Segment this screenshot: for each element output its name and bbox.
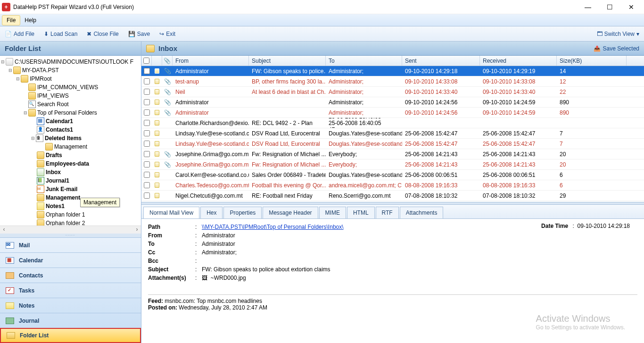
col-sent[interactable]: Sent bbox=[402, 56, 480, 66]
tree-collapse-icon[interactable]: ⊟ bbox=[23, 110, 28, 115]
save-button[interactable]: 💾Save bbox=[124, 29, 155, 39]
message-row[interactable]: Nigel.Chetcuti@go.com.mtRE: Football nex… bbox=[141, 191, 644, 201]
message-row[interactable]: Charlotte.Richardson@dexio...RE: DCL 949… bbox=[141, 118, 644, 128]
tab-mime[interactable]: MIME bbox=[319, 207, 346, 218]
tree-item-ipmroot[interactable]: IPMRoot bbox=[30, 75, 52, 82]
col-to[interactable]: To bbox=[326, 56, 402, 66]
row-checkbox[interactable] bbox=[144, 109, 150, 116]
row-checkbox[interactable] bbox=[144, 182, 150, 188]
tree-item-search[interactable]: Search Root bbox=[37, 101, 69, 108]
menu-file[interactable]: File bbox=[2, 15, 20, 25]
tree-item-inbox[interactable]: Inbox bbox=[46, 169, 61, 176]
message-row[interactable]: Charles.Tedesco@go.com.mtFootball this e… bbox=[141, 180, 644, 191]
message-row[interactable]: Carol.Kerr@ese-scotland.co.ukSales Order… bbox=[141, 170, 644, 180]
row-checkbox[interactable] bbox=[144, 120, 150, 126]
tree-item-notes[interactable]: Notes1 bbox=[46, 203, 65, 209]
tree-item-del[interactable]: Deleted Items bbox=[45, 135, 82, 142]
row-checkbox[interactable] bbox=[144, 172, 150, 178]
menu-help[interactable]: Help bbox=[20, 16, 41, 25]
tab-normal[interactable]: Normal Mail View bbox=[143, 207, 199, 218]
message-row[interactable]: 📎NeilAt least 6 dead in blast at Ch...Ad… bbox=[141, 87, 644, 97]
nav-contacts[interactable]: Contacts bbox=[0, 268, 141, 283]
message-row[interactable]: 📎AdministratorFW: Gibson speaks to polic… bbox=[141, 66, 644, 76]
add-file-button[interactable]: 📄Add File bbox=[0, 29, 39, 39]
tree-item-orph2[interactable]: Orphan folder 2 bbox=[46, 220, 85, 226]
tree-item-common[interactable]: IPM_COMMON_VIEWS bbox=[37, 84, 98, 91]
close-window-button[interactable]: ✕ bbox=[620, 0, 642, 14]
tree-collapse-icon[interactable]: ⊟ bbox=[30, 136, 36, 141]
tree-item-top[interactable]: Top of Personal Folders bbox=[37, 109, 97, 116]
row-checkbox[interactable] bbox=[144, 151, 150, 157]
col-received[interactable]: Received bbox=[480, 56, 557, 66]
tree-item-mgmt2[interactable]: Management bbox=[46, 194, 80, 201]
tab-hex[interactable]: Hex bbox=[200, 207, 223, 218]
row-checkbox[interactable] bbox=[144, 68, 150, 74]
row-checkbox[interactable] bbox=[144, 141, 150, 147]
message-row[interactable]: Lindsay.Yule@ese-scotland.c...DSV Road L… bbox=[141, 139, 644, 149]
nav-notes[interactable]: Notes bbox=[0, 298, 141, 313]
nav-buttons: Mail Calendar Contacts Tasks Notes Journ… bbox=[0, 237, 141, 343]
tree-item-orph1[interactable]: Orphan folder 1 bbox=[46, 211, 85, 218]
tab-rtf[interactable]: RTF bbox=[376, 207, 399, 218]
header-attachment-icon[interactable]: 📎 bbox=[162, 56, 173, 66]
row-checkbox[interactable] bbox=[144, 89, 150, 95]
grid-body[interactable]: 📎AdministratorFW: Gibson speaks to polic… bbox=[141, 66, 644, 201]
tree-collapse-icon[interactable]: ⊟ bbox=[15, 76, 21, 81]
nav-calendar[interactable]: Calendar bbox=[0, 252, 141, 268]
tree-item-cont[interactable]: Contacts1 bbox=[46, 126, 73, 133]
cell-to: Everybody; bbox=[326, 149, 402, 159]
tree-collapse-icon[interactable]: ⊟ bbox=[8, 68, 13, 73]
col-size[interactable]: Size(KB) bbox=[557, 56, 627, 66]
folder-tree[interactable]: ⊟C:\USERS\ADMIN\DOCUMENTS\OUTLOOK F ⊟MY-… bbox=[0, 56, 141, 226]
attachment-icon bbox=[162, 191, 173, 201]
tree-item-pst[interactable]: MY-DATA.PST bbox=[22, 67, 59, 74]
switch-view-button[interactable]: 🗔Switch View ▾ bbox=[592, 29, 644, 39]
load-scan-button[interactable]: ⬇Load Scan bbox=[39, 29, 82, 39]
tree-item-cal[interactable]: Calendar1 bbox=[46, 118, 73, 125]
message-row[interactable]: 📎Josephine.Grima@go.com.mtFw: Resignatio… bbox=[141, 159, 644, 170]
tree-item-mgmt[interactable]: Management bbox=[54, 143, 87, 150]
cell-sent: 25-06-2008 14:21:43 bbox=[402, 149, 480, 159]
calendar-icon bbox=[6, 257, 14, 264]
row-checkbox[interactable] bbox=[144, 161, 150, 167]
tab-attachments[interactable]: Attachments bbox=[400, 207, 444, 218]
tree-item-journ[interactable]: Journal1 bbox=[46, 177, 69, 184]
nav-folder-list[interactable]: Folder List bbox=[0, 328, 141, 343]
message-row[interactable]: Lindsay.Yule@ese-scotland.c...DSV Road L… bbox=[141, 128, 644, 139]
col-from[interactable]: From bbox=[173, 56, 249, 66]
message-row[interactable]: 📎AdministratorAdministrator;09-10-2010 1… bbox=[141, 108, 644, 118]
tree-item-emp[interactable]: Employees-data bbox=[46, 160, 89, 167]
tasks-icon bbox=[6, 287, 14, 294]
row-checkbox[interactable] bbox=[144, 78, 150, 84]
tree-collapse-icon[interactable]: ⊟ bbox=[0, 59, 6, 64]
minimize-button[interactable]: — bbox=[577, 0, 599, 14]
exit-button[interactable]: ↪Exit bbox=[155, 29, 180, 39]
row-checkbox[interactable] bbox=[144, 99, 150, 105]
save-selected-button[interactable]: 📤Save Selected bbox=[594, 45, 639, 52]
nav-journal[interactable]: Journal bbox=[0, 313, 141, 328]
header-checkbox[interactable] bbox=[141, 56, 152, 66]
header-mail-icon[interactable] bbox=[152, 56, 162, 66]
cell-to: Administrator; bbox=[326, 97, 402, 107]
tree-item-junk[interactable]: Junk E-mail bbox=[46, 186, 77, 192]
tree-item-views[interactable]: IPM_VIEWS bbox=[37, 92, 69, 99]
nav-tasks[interactable]: Tasks bbox=[0, 283, 141, 298]
row-checkbox[interactable] bbox=[144, 130, 150, 136]
pane-grip[interactable]: ····· bbox=[0, 234, 141, 237]
tab-html[interactable]: HTML bbox=[347, 207, 375, 218]
cell-size: 7 bbox=[557, 128, 627, 138]
close-file-button[interactable]: ✖Close File bbox=[82, 29, 123, 39]
message-row[interactable]: 📎test-anupBP, other firms facing 300 la.… bbox=[141, 76, 644, 87]
message-row[interactable]: 📎AdministratorAdministrator;09-10-2010 1… bbox=[141, 97, 644, 108]
tree-h-scrollbar[interactable]: ‹› bbox=[0, 226, 141, 234]
cell-to: Everybody; bbox=[326, 159, 402, 169]
tab-properties[interactable]: Properties bbox=[223, 207, 262, 218]
tree-item-drafts[interactable]: Drafts bbox=[46, 152, 62, 159]
tab-message-header[interactable]: Message Header bbox=[263, 207, 318, 218]
tree-item-root[interactable]: C:\USERS\ADMIN\DOCUMENTS\OUTLOOK F bbox=[15, 59, 133, 65]
row-checkbox[interactable] bbox=[144, 192, 150, 199]
message-row[interactable]: 📎Josephine.Grima@go.com.mtFw: Resignatio… bbox=[141, 149, 644, 159]
col-subject[interactable]: Subject bbox=[249, 56, 326, 66]
nav-mail[interactable]: Mail bbox=[0, 237, 141, 252]
maximize-button[interactable]: ☐ bbox=[599, 0, 620, 14]
